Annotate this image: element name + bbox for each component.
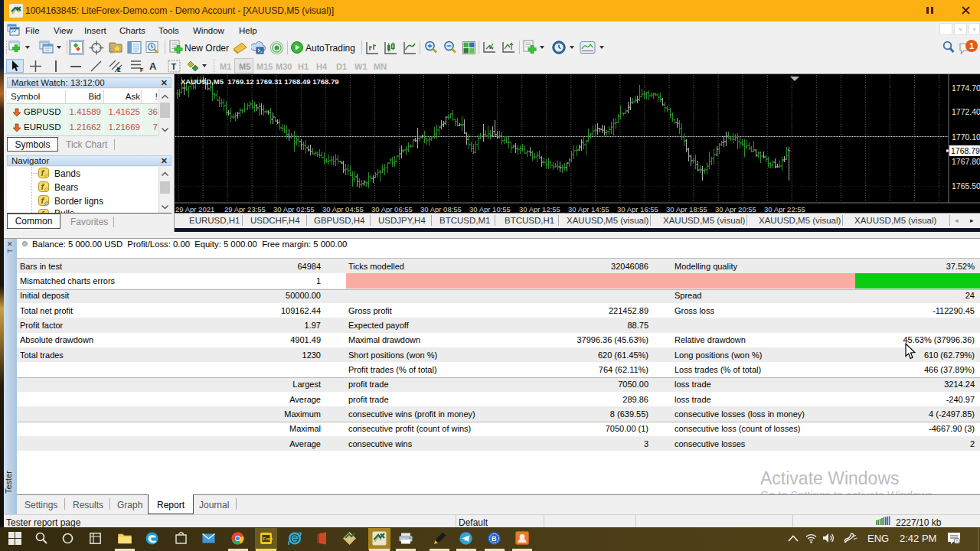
svg-text:E: E [117,67,121,73]
svg-text:T: T [172,62,177,71]
svg-text:F.mn: F.mn [263,536,273,541]
svg-text:B: B [492,535,497,543]
svg-text:F: F [140,67,144,73]
